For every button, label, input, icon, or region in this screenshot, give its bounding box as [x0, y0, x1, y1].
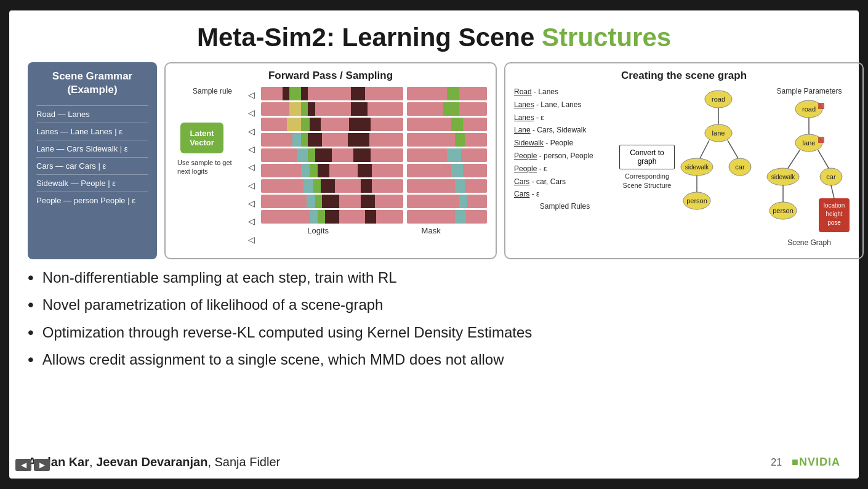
- svg-text:lane: lane: [803, 139, 816, 147]
- scene-structure-graph: road lane sidewalk car: [678, 87, 758, 235]
- bullets-section: • Non-differentiable sampling at each st…: [28, 268, 840, 447]
- arrow-7: ◁: [248, 198, 255, 208]
- bullet-dot-1: •: [28, 267, 34, 289]
- mask-row-5: [407, 148, 487, 162]
- nvidia-text: ■NVIDIA: [792, 456, 840, 469]
- mask-row-2: [407, 102, 487, 116]
- scene-graph-title: Creating the scene graph: [514, 70, 854, 82]
- mask-row-7: [407, 179, 487, 193]
- content-area: Scene Grammar (Example) Road — Lanes Lan…: [28, 62, 840, 259]
- bullet-dot-4: •: [28, 349, 34, 371]
- author-2: Jeevan Devaranjan: [96, 455, 207, 469]
- convert-box: Convert to graph: [619, 145, 675, 169]
- prev-button[interactable]: ◀: [15, 459, 31, 471]
- forward-pass-box: Forward Pass / Sampling Sample rule Late…: [164, 62, 497, 259]
- nav-arrows: ◀ ▶: [15, 459, 50, 471]
- fp-left: Sample rule Latent Vector Use sample to …: [174, 87, 242, 176]
- nvidia-logo: ■NVIDIA: [792, 456, 840, 469]
- svg-line-10: [728, 140, 738, 158]
- mask-row-3: [407, 118, 487, 131]
- grammar-item-5: Sidewalk — People | ε: [36, 174, 148, 188]
- svg-text:car: car: [735, 163, 745, 171]
- title-prefix: Meta-Sim2: Learning Scene: [197, 23, 542, 52]
- mask-row-6: [407, 164, 487, 177]
- bullet-2: • Novel parametrization of likelihood of…: [28, 295, 840, 316]
- logit-row-3: [261, 118, 403, 131]
- logit-row-7: [261, 179, 403, 193]
- bullet-text-3: Optimization through reverse-KL computed…: [42, 323, 532, 342]
- fp-labels: Logits Mask: [261, 226, 487, 235]
- bullet-dot-2: •: [28, 294, 34, 316]
- grammar-item-1: Road — Lanes: [36, 105, 148, 119]
- logit-row-8: [261, 195, 403, 208]
- sg-rule-3: Lane - Cars, Sidewalk: [514, 125, 616, 135]
- bullet-1: • Non-differentiable sampling at each st…: [28, 268, 840, 289]
- bullet-text-1: Non-differentiable sampling at each step…: [42, 268, 397, 287]
- bullet-dot-3: •: [28, 321, 34, 344]
- scene-grammar-title: Scene Grammar (Example): [36, 70, 148, 97]
- svg-text:height: height: [826, 211, 842, 217]
- logit-row-6: [261, 164, 403, 177]
- logit-bars: [261, 87, 403, 224]
- sg-middle: Convert to graph Corresponding Scene Str…: [619, 87, 675, 248]
- grammar-item-3: Lane — Cars Sidewalk | ε: [36, 140, 148, 153]
- bullet-text-4: Allows credit assignment to a single sce…: [42, 350, 504, 369]
- logit-row-2: [261, 102, 403, 116]
- bullet-text-2: Novel parametrization of likelihood of a…: [42, 295, 384, 314]
- grammar-item-2: Lanes — Lane Lanes | ε: [36, 123, 148, 136]
- svg-line-9: [700, 140, 709, 158]
- mask-row-1: [407, 87, 487, 100]
- svg-line-26: [818, 150, 829, 168]
- mask-label: Mask: [422, 226, 441, 235]
- next-button[interactable]: ▶: [34, 459, 50, 471]
- arrow-2: ◁: [248, 108, 255, 118]
- bullet-4: • Allows credit assignment to a single s…: [28, 350, 840, 371]
- sg-rule-0: Road - Lanes: [514, 87, 616, 97]
- svg-rect-19: [818, 137, 824, 143]
- scene-graph-svg: road lane sidewalk: [765, 97, 854, 244]
- sg-rule-6: People - ε: [514, 164, 616, 174]
- logit-row-1: [261, 87, 403, 100]
- fp-inner: Sample rule Latent Vector Use sample to …: [174, 87, 487, 248]
- svg-rect-16: [818, 103, 824, 109]
- logits-label: Logits: [307, 226, 329, 235]
- arrow-5: ◁: [248, 162, 255, 172]
- bars-section: Logits Mask: [261, 87, 487, 235]
- arrow-3: ◁: [248, 126, 255, 136]
- slide-footer: Amlan Kar, Jeevan Devaranjan, Sanja Fidl…: [28, 451, 840, 469]
- grammar-item-6: People — person People | ε: [36, 192, 148, 205]
- scene-graph-box: Creating the scene graph Road - Lanes La…: [504, 62, 864, 259]
- page-number: 21: [771, 457, 782, 468]
- svg-text:road: road: [712, 95, 725, 103]
- logit-row-9: [261, 210, 403, 224]
- title-suffix: Structures: [542, 23, 671, 52]
- footer-right: 21 ■NVIDIA: [771, 456, 840, 469]
- arrows-col: ◁ ◁ ◁ ◁ ◁ ◁ ◁ ◁ ◁: [248, 87, 255, 248]
- scene-graph-graph: Sample Parameters road lane: [765, 87, 854, 247]
- author-3: , Sanja Fidler: [207, 455, 280, 469]
- sg-rule-4: Sidewalk - People: [514, 138, 616, 148]
- author-sep-1: ,: [89, 455, 96, 469]
- arrow-8: ◁: [248, 216, 255, 226]
- arrow-6: ◁: [248, 180, 255, 190]
- sample-params-label: Sample Parameters: [776, 87, 842, 95]
- scene-structure-svg: road lane sidewalk car: [678, 87, 758, 235]
- use-sample-label: Use sample to get next logits: [177, 158, 242, 176]
- svg-text:sidewalk: sidewalk: [685, 164, 709, 171]
- svg-text:person: person: [773, 207, 794, 214]
- logit-row-4: [261, 133, 403, 147]
- sampled-rules-label: Sampled Rules: [514, 202, 616, 211]
- logit-row-5: [261, 148, 403, 162]
- svg-text:lane: lane: [712, 129, 725, 137]
- forward-pass-title: Forward Pass / Sampling: [174, 70, 487, 82]
- bars-row: [261, 87, 487, 224]
- sample-rule-label: Sample rule: [193, 87, 232, 95]
- sg-rule-5: People - person, People: [514, 151, 616, 161]
- svg-text:sidewalk: sidewalk: [771, 174, 795, 180]
- svg-text:pose: pose: [827, 219, 841, 226]
- scene-graph-label: Scene Graph: [787, 238, 831, 247]
- sg-rule-2: Lanes - ε: [514, 113, 616, 123]
- slide-title: Meta-Sim2: Learning Scene Structures: [28, 23, 840, 52]
- sg-rule-7: Cars - car, Cars: [514, 177, 616, 187]
- svg-line-34: [831, 185, 834, 198]
